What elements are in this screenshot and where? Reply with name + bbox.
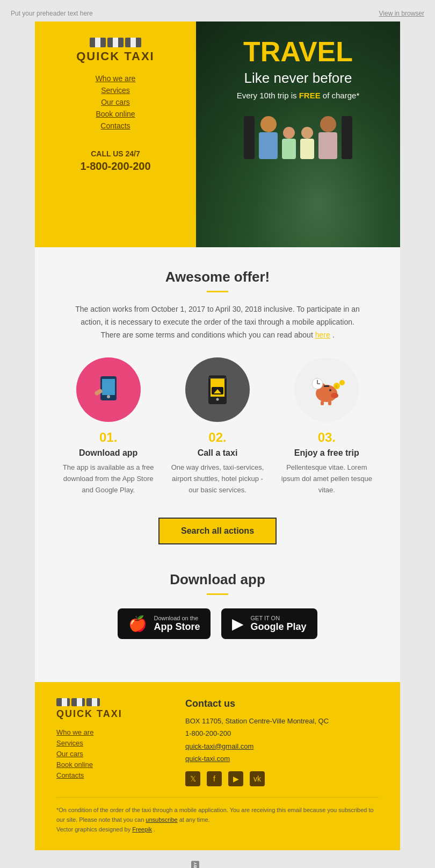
hero-subtitle: Like never before — [244, 70, 352, 87]
stripo-bar: POWERED BY stripo — [0, 850, 435, 868]
download-divider — [207, 593, 228, 595]
footer-nav-who-we-are[interactable]: Who we are — [56, 728, 93, 736]
child-2 — [300, 127, 314, 159]
offer-divider — [207, 291, 228, 292]
unsubscribe-link[interactable]: unsubscribe — [146, 816, 177, 823]
step-3-num: 03. — [280, 430, 373, 445]
step-2-title: Call a taxi — [171, 448, 264, 458]
car-door-right — [342, 116, 352, 159]
svg-rect-15 — [321, 401, 324, 405]
checker-3 — [125, 38, 141, 47]
email-wrapper: Put your preheader text here View in bro… — [0, 0, 435, 868]
footer-nav-our-cars[interactable]: Our cars — [56, 750, 83, 758]
freepik-link[interactable]: Freepik — [132, 826, 152, 833]
footer-checker-2 — [71, 698, 85, 706]
footer-nav-services[interactable]: Services — [56, 739, 83, 747]
svg-rect-14 — [324, 385, 329, 387]
logo-icon — [90, 38, 141, 47]
youtube-icon[interactable]: ▶ — [228, 771, 243, 786]
appstore-big: App Store — [154, 621, 200, 633]
facebook-icon[interactable]: f — [207, 771, 222, 786]
checker-2 — [107, 38, 124, 47]
stripo-logo: POWERED BY stripo — [191, 861, 243, 868]
twitter-icon[interactable]: 𝕏 — [185, 771, 200, 786]
offer-title: Awesome offer! — [56, 269, 379, 285]
footer-left: QUICK TAXI Who we are Services Our cars … — [56, 698, 164, 787]
googleplay-button[interactable]: ▶ GET IT ON Google Play — [221, 608, 317, 639]
svg-point-12 — [329, 389, 331, 391]
contact-info: BOX 11705, Station Centre-Ville Montreal… — [185, 715, 379, 765]
nav-contacts[interactable]: Contacts — [100, 121, 130, 130]
call-label: CALL US 24/7 — [80, 149, 150, 158]
step-1-title: Download app — [62, 448, 155, 458]
header-phone: 1-800-200-200 — [80, 160, 150, 173]
step-1-icon — [76, 357, 141, 422]
download-section: Download app 🍎 Download on the App Store… — [56, 571, 379, 661]
svg-point-8 — [216, 398, 219, 401]
step-1: 01. Download app The app is available as… — [56, 357, 160, 496]
hero-free: FREE — [299, 91, 321, 100]
child-head-1 — [283, 127, 295, 139]
footer-nav-book-online[interactable]: Book online — [56, 761, 93, 769]
child-body-1 — [282, 139, 296, 159]
offer-text: The action works from October 1, 2017 to… — [73, 303, 363, 341]
hero-desc-after: of charge* — [323, 91, 359, 100]
vk-icon[interactable]: vk — [250, 771, 265, 786]
hero-desc: Every 10th trip is FREE of charge* — [237, 91, 359, 100]
store-buttons: 🍎 Download on the App Store ▶ GET IT ON … — [56, 608, 379, 639]
svg-rect-16 — [328, 401, 331, 405]
footer-phone: 1-800-200-200 — [185, 727, 379, 740]
contact-title: Contact us — [185, 698, 379, 709]
step-2-num: 02. — [171, 430, 264, 445]
checker-1 — [90, 38, 106, 47]
footer-email[interactable]: quick-taxi@gmail.com — [185, 742, 253, 750]
offer-section: Awesome offer! The action works from Oct… — [56, 269, 379, 341]
footer-nav-contacts[interactable]: Contacts — [56, 771, 84, 779]
person-1 — [259, 116, 278, 159]
offer-link[interactable]: here — [315, 331, 330, 339]
nav-our-cars[interactable]: Our cars — [101, 98, 130, 106]
googleplay-text: GET IT ON Google Play — [250, 615, 306, 633]
logo-text: QUICK TAXI — [76, 49, 154, 63]
step-3-icon: $ — [294, 357, 359, 422]
footer-website[interactable]: quick-taxi.com — [185, 755, 230, 763]
step-1-desc: The app is available as a free download … — [62, 462, 155, 496]
steps-container: 01. Download app The app is available as… — [56, 357, 379, 496]
freepik-end: . — [154, 826, 155, 833]
search-button-wrap: Search all actions — [56, 518, 379, 544]
car-door-left — [244, 116, 255, 159]
preheader-text: Put your preheader text here — [11, 10, 93, 17]
view-in-browser-link[interactable]: View in browser — [379, 10, 424, 17]
hero-image: TRAVEL Like never before Every 10th trip… — [196, 21, 400, 247]
apple-icon: 🍎 — [128, 615, 147, 633]
preheader: Put your preheader text here View in bro… — [0, 5, 435, 21]
offer-text-end: . — [332, 331, 335, 339]
appstore-button[interactable]: 🍎 Download on the App Store — [118, 608, 211, 639]
nav-book-online[interactable]: Book online — [96, 110, 135, 118]
step-2: 02. Call a taxi One way drives, taxi-ser… — [165, 357, 269, 496]
child-body-2 — [300, 139, 314, 159]
head-1 — [260, 116, 277, 132]
step-2-desc: One way drives, taxi-services, airport s… — [171, 462, 264, 496]
search-all-actions-button[interactable]: Search all actions — [158, 518, 277, 544]
footer-checker-3 — [86, 698, 100, 706]
nav-who-we-are[interactable]: Who we are — [96, 74, 136, 83]
call-us: CALL US 24/7 1-800-200-200 — [80, 149, 150, 173]
child-1 — [282, 127, 296, 159]
nav-services[interactable]: Services — [101, 86, 130, 95]
main-content: Awesome offer! The action works from Oct… — [35, 247, 400, 682]
footer-right: Contact us BOX 11705, Station Centre-Vil… — [185, 698, 379, 787]
footer: QUICK TAXI Who we are Services Our cars … — [35, 682, 400, 850]
person-2 — [318, 116, 337, 159]
footer-address: BOX 11705, Station Centre-Ville Montreal… — [185, 715, 379, 727]
header-left: QUICK TAXI Who we are Services Our cars … — [35, 21, 196, 247]
head-2 — [320, 116, 336, 132]
footer-logo-text: QUICK TAXI — [56, 708, 164, 720]
svg-point-2 — [107, 395, 110, 398]
body-1 — [259, 132, 278, 159]
google-play-icon: ▶ — [232, 615, 244, 633]
appstore-small: Download on the — [154, 615, 200, 621]
step-3: $ 03. Enjoy a free trip Pellentesque vit… — [275, 357, 379, 496]
child-head-2 — [301, 127, 313, 139]
footer-logo-icon — [56, 698, 164, 706]
